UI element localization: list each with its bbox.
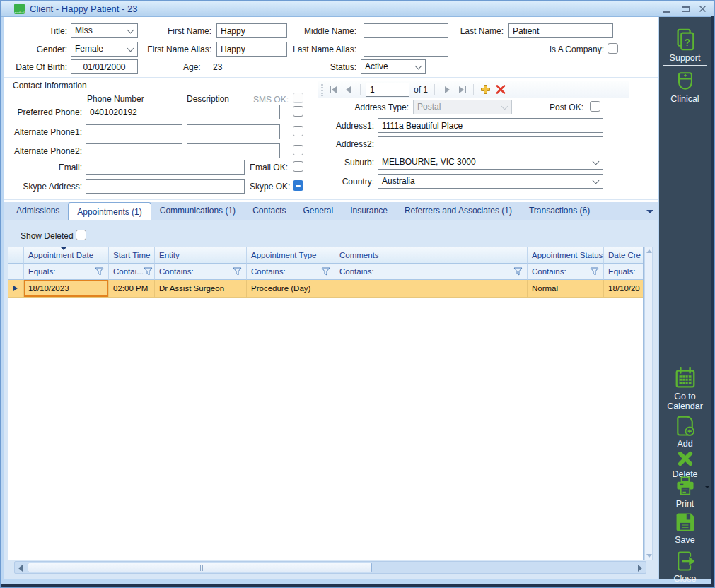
delete-address-button[interactable] (494, 83, 507, 96)
calendar-icon (673, 366, 697, 390)
filter-icon[interactable] (513, 267, 523, 276)
cell-appointment-type[interactable]: Procedure (Day) (247, 280, 335, 298)
save-button[interactable]: Save (659, 511, 711, 545)
alternate-phone1-field[interactable] (86, 124, 182, 139)
tab-communications[interactable]: Communications (1) (151, 202, 244, 220)
preferred-phone-description-field[interactable] (187, 105, 280, 119)
preferred-phone-label: Preferred Phone: (4, 107, 82, 117)
column-header-start-time[interactable]: Start Time (109, 247, 155, 264)
filter-appointment-status[interactable]: Contains: (528, 264, 604, 280)
filter-comments[interactable]: Contains: (335, 264, 528, 280)
alternate-phone1-label: Alternate Phone1: (4, 127, 82, 137)
skype-address-field[interactable] (86, 179, 245, 194)
email-field[interactable] (86, 160, 245, 175)
close-icon (699, 5, 707, 13)
title-select[interactable]: Miss (71, 23, 138, 38)
scroll-down-icon[interactable] (646, 554, 652, 558)
filter-icon[interactable] (95, 267, 104, 276)
column-header-entity[interactable]: Entity (155, 247, 247, 264)
nav-first-button[interactable] (327, 83, 339, 96)
nav-previous-icon (344, 86, 354, 94)
close-window-button[interactable] (694, 3, 710, 15)
maximize-button[interactable] (678, 3, 693, 15)
filter-icon[interactable] (590, 267, 599, 276)
minimize-button[interactable] (659, 3, 675, 15)
filter-appointment-date[interactable]: Equals: (24, 264, 109, 280)
tab-referrers-and-associates[interactable]: Referrers and Associates (1) (396, 202, 521, 220)
email-ok-label: Email OK: (250, 163, 288, 172)
alternate-phone2-field[interactable] (86, 143, 182, 158)
filter-start-time[interactable]: Contai... (109, 264, 155, 280)
show-deleted-checkbox[interactable] (76, 230, 86, 240)
tab-contacts[interactable]: Contacts (244, 202, 294, 220)
scroll-right-icon[interactable] (638, 565, 642, 572)
cell-entity[interactable]: Dr Assist Surgeon (155, 280, 247, 298)
add-button[interactable]: Add (659, 415, 711, 449)
tab-overflow-icon[interactable] (646, 210, 653, 213)
alternate-phone1-description-field[interactable] (187, 124, 280, 139)
grid-horizontal-scrollbar[interactable] (14, 561, 646, 574)
cell-date-created[interactable]: 18/10/20 (604, 280, 644, 298)
nav-previous-button[interactable] (342, 83, 355, 96)
cell-appointment-date[interactable]: 18/10/2023 (24, 280, 109, 298)
nav-page-field[interactable] (366, 83, 409, 97)
skype-ok-checkbox[interactable] (293, 180, 303, 191)
nav-next-icon (442, 86, 451, 94)
support-button[interactable]: ? Support (659, 28, 711, 63)
alternate-phone2-description-field[interactable] (187, 143, 280, 158)
suburb-select[interactable]: MELBOURNE, VIC 3000 (378, 155, 603, 170)
column-header-appointment-date[interactable]: Appointment Date (24, 247, 109, 264)
is-a-company-checkbox[interactable] (608, 43, 618, 54)
filter-appointment-type[interactable]: Contains: (247, 264, 335, 280)
dob-field[interactable] (71, 59, 138, 74)
filter-date-created[interactable]: Equals: (604, 264, 644, 280)
appointment-row[interactable]: 18/10/2023 02:00 PM Dr Assist Surgeon Pr… (8, 280, 644, 298)
tab-admissions[interactable]: Admissions (8, 202, 68, 220)
email-ok-checkbox[interactable] (293, 161, 303, 172)
last-name-alias-field[interactable] (364, 42, 448, 57)
scrollbar-thumb[interactable] (28, 563, 372, 572)
nav-last-button[interactable] (455, 83, 468, 96)
goto-calendar-button[interactable]: Go to Calendar (659, 366, 711, 411)
tab-general[interactable]: General (294, 202, 342, 220)
filter-icon[interactable] (233, 267, 242, 276)
filter-icon[interactable] (144, 267, 153, 276)
address1-field[interactable] (378, 118, 603, 133)
column-header-appointment-type[interactable]: Appointment Type (247, 247, 335, 264)
column-header-comments[interactable]: Comments (335, 247, 528, 264)
tab-transactions[interactable]: Transactions (6) (521, 202, 598, 220)
cell-start-time[interactable]: 02:00 PM (109, 280, 155, 298)
title-bar[interactable]: medical Client - Happy Patient - 23 (1, 1, 714, 17)
status-select[interactable]: Active (361, 59, 426, 74)
scroll-up-icon[interactable] (646, 249, 652, 253)
country-select[interactable]: Australia (378, 174, 603, 189)
post-ok-checkbox[interactable] (590, 101, 600, 112)
column-header-appointment-status[interactable]: Appointment Status (528, 247, 604, 264)
filter-entity[interactable]: Contains: (155, 264, 247, 280)
close-button[interactable]: Close (659, 550, 711, 584)
grid-vertical-scrollbar[interactable] (644, 247, 653, 560)
add-address-button[interactable] (479, 83, 492, 96)
address2-field[interactable] (378, 136, 603, 151)
scrollbar-grip-icon (200, 565, 203, 571)
goto-calendar-label: Go to Calendar (662, 392, 709, 411)
alternate-phone1-sms-checkbox[interactable] (293, 126, 303, 136)
print-button[interactable]: Print (659, 475, 711, 509)
gender-select[interactable]: Female (71, 42, 138, 57)
alternate-phone2-sms-checkbox[interactable] (293, 145, 303, 155)
cell-comments[interactable] (335, 280, 528, 298)
delete-record-icon (496, 85, 506, 94)
last-name-field[interactable] (508, 23, 613, 38)
print-menu-caret-icon[interactable] (704, 486, 710, 488)
tab-appointments[interactable]: Appointments (1) (68, 202, 151, 220)
nav-next-button[interactable] (440, 83, 453, 96)
preferred-phone-field[interactable] (86, 105, 182, 119)
clinical-button[interactable]: Clinical (659, 69, 711, 104)
scroll-left-icon[interactable] (18, 565, 23, 572)
toolbar-grip-icon[interactable] (320, 83, 324, 96)
column-header-date-created[interactable]: Date Cre (604, 247, 644, 264)
preferred-phone-sms-checkbox[interactable] (293, 106, 303, 117)
cell-appointment-status[interactable]: Normal (528, 280, 604, 298)
tab-insurance[interactable]: Insurance (342, 202, 396, 220)
filter-icon[interactable] (321, 267, 330, 276)
